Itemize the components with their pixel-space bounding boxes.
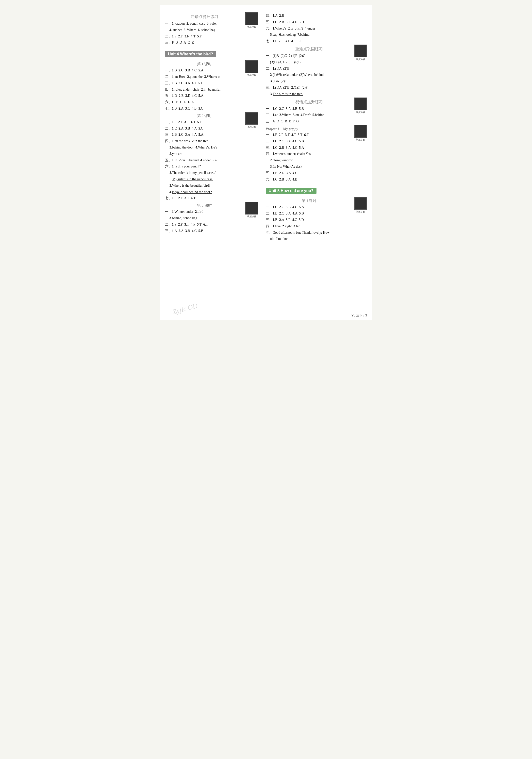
project1-section: Project 1 My puppy 一、1.F 2.F 3.T 4.T 5.T…	[266, 125, 367, 183]
qr-label-zd: 视频讲解	[356, 58, 365, 61]
u5-si: 四、1.five 2.eight 3.ten	[266, 223, 353, 229]
unit5-section: Unit 5 How old are you? 第 1 课时 一、1.C 2.C…	[266, 185, 367, 242]
lesson3-title: 第 3 课时	[165, 203, 244, 208]
l2-si-c: 5.you are	[169, 151, 244, 157]
unit4-header: Unit 4 Where's the bird?	[165, 51, 216, 58]
qr-ryicuo: 视频讲解	[354, 98, 367, 114]
section-title-yicuo: 易错点提升练习	[165, 14, 244, 20]
right-column: 四、1.A 2.B 五、1.C 2.B 3.A 4.E 5.D 六、1.Wher…	[262, 12, 367, 313]
l1-si: 四、1.ruler; under; chair 2.in; beautiful	[165, 87, 244, 93]
qr-lesson2: 视频讲解	[245, 112, 258, 129]
easy-mistake-section: 易错点提升练习 一、1. crayon 2. pencil case 3. ru…	[165, 12, 258, 46]
p1-liu: 六、1.C 2.B 3.A 4.B	[266, 177, 353, 182]
l1-liu: 六、D B C E F A	[165, 99, 244, 105]
l2-liu: 六、1.Is this your pencil?	[165, 164, 244, 170]
lesson1-title: 第 1 课时	[165, 62, 244, 66]
l2-liu-e: 4.Is your ball behind the door?	[169, 189, 244, 195]
zd-er-b: 2.(1)Where's; under (2)Where; behind	[270, 72, 353, 78]
l3-er: 二、1.F 2.F 3.T 4.F 5.T 6.T	[165, 221, 244, 227]
qr-label-p1: 视频讲解	[356, 138, 365, 141]
right-yicuo-section: 易错点提升练习 一、1.C 2.C 3.A 4.B 5.B 二、1.at 2.W…	[266, 98, 367, 125]
qr-lesson1: 视频讲解	[245, 60, 258, 77]
zd-er-c: 3.(1)A (2)C	[270, 78, 353, 84]
qr-label-ry: 视频讲解	[356, 111, 365, 114]
zd-san-b: 3.The bird is in the tree.	[270, 91, 353, 97]
answer-yi1: 一、1. crayon 2. pencil case 3. ruler	[165, 21, 244, 26]
l3-yi-b: 3.behind; schoolbag	[169, 215, 244, 221]
ry-er: 二、1.at 2.Where 3.on 4.Don't 5.behind	[266, 112, 353, 118]
qr-u5-lesson1: 视频讲解	[354, 197, 367, 214]
l2-si: 四、1.on the desk 2.in the tree	[165, 138, 244, 144]
u5-lesson1-title: 第 1 课时	[266, 198, 353, 203]
page: 易错点提升练习 一、1. crayon 2. pencil case 3. ru…	[160, 5, 372, 320]
lesson2-section: 第 2 课时 一、1.F 2.F 3.T 4.T 5.F 二、1.C 2.A 3…	[165, 112, 258, 202]
p1-si: 四、1.where's; under; chair; Yes	[266, 151, 353, 157]
u5-san: 三、1.B 2.A 3.E 4.C 5.D	[266, 217, 353, 223]
l1-er: 二、1.at; How 2.your; she 3.Where; on	[165, 74, 244, 80]
l3-san: 三、1.A 2.A 3.B 4.C 5.B	[165, 228, 244, 234]
ry-san: 三、A D C B E F G	[266, 118, 353, 124]
p1-si-b: 2.close; window	[270, 157, 353, 163]
zd-er: 二、1.(1)A (2)B	[266, 66, 353, 72]
ry-yi: 一、1.C 2.C 3.A 4.B 5.B	[266, 106, 353, 112]
l2-san: 三、1.B 2.C 3.A 4.A 5.A	[165, 132, 244, 138]
l1-san: 三、1.B 2.C 3.A 4.A 5.C	[165, 80, 244, 86]
watermark: Zyjlc OD	[172, 302, 198, 316]
u5-wu: 五、Good afternoon; for; Thank; lovely; Ho…	[266, 230, 353, 236]
l2-wu: 五、1.in 2.on 3.behind 4.under 5.at	[165, 157, 244, 163]
l3-yi: 一、1.Where; under 2.bird	[165, 209, 244, 215]
l2-liu-d: 3.Where is the beautiful bird?	[169, 183, 244, 189]
u5-yi: 一、1.C 2.C 3.B 4.C 5.A	[266, 204, 353, 210]
zd-yi: 一、(1)B (2)C 2.(1)F (2)C	[266, 53, 353, 59]
qr-lesson3: 视频讲解	[245, 202, 258, 218]
l2-liu-b: 2.The ruler is in my pencil case. /	[169, 170, 244, 176]
p1-er: 二、1.C 2.C 3.A 4.C 5.B	[266, 139, 353, 144]
p1-yi: 一、1.F 2.F 3.T 4.T 5.T 6.F	[266, 132, 353, 138]
qr-yicuo1: 视频讲解	[245, 12, 258, 29]
qr-label-l1: 视频讲解	[247, 74, 256, 77]
lesson2-title: 第 2 课时	[165, 113, 244, 118]
r-si: 四、1.A 2.B	[266, 13, 367, 19]
zhongdian-title: 重难点巩固练习	[266, 47, 353, 52]
qr-label1: 视频讲解	[247, 25, 256, 29]
qr-label-u5: 视频讲解	[356, 210, 365, 214]
answer-yi1b: 4. rubber 5. Where 6. schoolbag	[169, 27, 244, 33]
right-top-answers: 四、1.A 2.B 五、1.C 2.B 3.A 4.E 5.D 六、1.Wher…	[266, 13, 367, 44]
qr-label-l3: 视频讲解	[247, 215, 256, 218]
r-wu: 五、1.C 2.B 3.A 4.E 5.D	[266, 19, 367, 25]
l1-wu: 五、1.D 2.B 3.E 4.C 5.A	[165, 93, 244, 99]
qr-zhongdian: 视频讲解	[354, 45, 367, 61]
lesson1-section: 第 1 课时 一、1.B 2.C 3.B 4.C 5.A 二、1.at; How…	[165, 60, 258, 112]
page-footer: YL 三下 / 3	[351, 313, 367, 318]
l2-si-b: 3.behind the door 4.Where's; He's	[169, 144, 244, 150]
p1-si-c: 3.Is; No; Where's; desk	[270, 164, 353, 170]
u5-wu-b: old; I'm nine	[270, 236, 353, 242]
left-column: 易错点提升练习 一、1. crayon 2. pencil case 3. ru…	[165, 12, 262, 313]
zhongdian-section: 重难点巩固练习 一、(1)B (2)C 2.(1)F (2)C (3)D (4)…	[266, 45, 367, 98]
qr-label-l2: 视频讲解	[247, 125, 256, 129]
p1-san: 三、1.C 2.B 3.A 4.C 5.A	[266, 145, 353, 151]
l2-er: 二、1.C 2.A 3.B 4.A 5.C	[165, 126, 244, 132]
qr-project1: 视频讲解	[354, 125, 367, 141]
l2-qi: 七、1.F 2.T 3.T 4.T	[165, 195, 244, 201]
lesson3-section: 第 3 课时 一、1.Where; under 2.bird 3.behind;…	[165, 202, 258, 234]
zd-yi-b: (3)D (4)A (5)E (6)B	[270, 60, 353, 65]
answer-san1: 三、F B D A C E	[165, 40, 244, 46]
project1-header: Project 1 My puppy	[266, 127, 298, 131]
l2-liu-c: My ruler is in the pencil case.	[172, 176, 244, 182]
l2-yi: 一、1.F 2.F 3.T 4.T 5.F	[165, 119, 244, 125]
r-yicuo-title: 易错点提升练习	[266, 100, 353, 105]
r-qi: 七、1.F 2.F 3.T 4.T 5.F	[266, 38, 367, 44]
u5-er: 二、1.B 2.C 3.A 4.A 5.B	[266, 211, 353, 217]
l1-qi: 七、1.B 2.A 3.C 4.B 5.C	[165, 106, 244, 111]
r-liu-b: 5.cap 6.schoolbag 7.behind	[270, 32, 367, 38]
zd-san: 三、1.(1)A (2)B 2.(1)T (2)F	[266, 85, 353, 91]
p1-wu: 五、1.B 2.D 3.A 4.C	[266, 170, 353, 176]
answer-er1: 二、1.F 2.T 3.F 4.T 5.F	[165, 33, 244, 39]
l1-yi: 一、1.B 2.C 3.B 4.C 5.A	[165, 67, 244, 73]
unit5-header: Unit 5 How old are you?	[266, 188, 316, 194]
r-liu: 六、1.Where's 2.Is 3.isn't 4.under	[266, 25, 367, 31]
